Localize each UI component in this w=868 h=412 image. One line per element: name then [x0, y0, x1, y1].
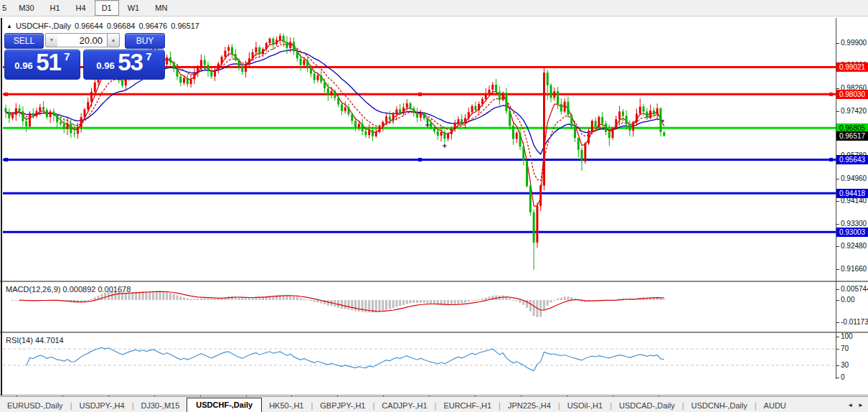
- candle-body: [204, 60, 206, 65]
- price-tick-mark: [836, 201, 839, 202]
- candle-body: [612, 128, 614, 138]
- price-tick-mark: [836, 111, 839, 112]
- tab-gbpjpy-h1[interactable]: GBPJPY-,H1: [313, 399, 372, 412]
- tab-usdcnh-daily[interactable]: USDCNH-,Daily: [684, 399, 755, 412]
- rsi-tick-mark: [836, 349, 839, 350]
- candle-body: [310, 67, 312, 74]
- macd-tick-mark: [836, 300, 839, 301]
- sell-button[interactable]: SELL: [4, 33, 44, 49]
- line-handle[interactable]: [418, 158, 422, 161]
- tab-scroll-left-icon[interactable]: ◄: [847, 402, 853, 408]
- tab-cadjpy-h1[interactable]: CADJPY-,H1: [374, 399, 434, 412]
- candle-body: [567, 102, 569, 115]
- macd-histogram-bar: [217, 299, 220, 300]
- candle-body: [49, 111, 52, 117]
- candle-body: [543, 72, 545, 185]
- trading-platform-window: 5M30H1H4D1W1MN ▲USDCHF-,Daily0.966440.96…: [0, 0, 868, 412]
- collapse-arrow-icon[interactable]: ▲: [6, 23, 12, 29]
- candle-body: [337, 98, 339, 104]
- price-tick-label: 0.99900: [841, 39, 867, 47]
- pane-splitter-rsi[interactable]: [0, 332, 868, 334]
- candle-body: [214, 70, 216, 76]
- tab-usdjpy-h4[interactable]: USDJPY-,H4: [72, 399, 131, 412]
- candle-body: [46, 110, 48, 117]
- candle-body: [77, 127, 79, 134]
- timeframe-button-mn[interactable]: MN: [148, 0, 174, 16]
- tab-usoil-h1[interactable]: USOil-,H1: [560, 399, 610, 412]
- timeframe-button-w1[interactable]: W1: [121, 0, 147, 16]
- rsi-indicator-label: RSI(14) 44.7014: [6, 336, 64, 345]
- pane-splitter-macd[interactable]: [0, 281, 868, 283]
- macd-histogram-bar: [410, 300, 412, 304]
- tab-jpn225-h4[interactable]: JPN225-,H4: [501, 399, 558, 412]
- candle-body: [495, 85, 497, 92]
- timeframe-button-d1[interactable]: D1: [95, 0, 119, 16]
- tab-eurusd-daily[interactable]: EURUSD-,Daily: [0, 399, 70, 412]
- buy-button[interactable]: BUY: [125, 33, 165, 49]
- candle-body: [519, 133, 522, 146]
- macd-histogram-bar: [474, 300, 476, 301]
- macd-histogram-bar: [420, 300, 422, 303]
- macd-histogram-bar: [231, 296, 233, 300]
- rsi-pane-canvas[interactable]: [0, 333, 836, 379]
- candle-body: [227, 47, 230, 51]
- candle-body: [316, 75, 319, 80]
- rsi-value: 44.7014: [35, 336, 64, 345]
- candle-body: [224, 51, 226, 57]
- candle-body: [272, 39, 274, 45]
- macd-histogram-bar: [313, 300, 316, 302]
- macd-tick-label: 0.00: [841, 296, 854, 304]
- volume-decrease-button[interactable]: ▼: [45, 33, 58, 47]
- macd-histogram-bar: [227, 296, 230, 300]
- candle-body: [379, 126, 381, 132]
- macd-histogram-bar: [567, 296, 569, 300]
- macd-histogram-bar: [341, 300, 343, 309]
- candle-body: [32, 113, 34, 116]
- volume-input[interactable]: [57, 33, 107, 47]
- timeframe-button-m30[interactable]: M30: [11, 0, 41, 16]
- candle-body: [443, 132, 445, 139]
- chart-tab-bar: EURUSD-,Daily|USDJPY-,H4|DJ30-,M15USDCHF…: [0, 396, 868, 412]
- candle-body: [639, 107, 641, 114]
- tab-eurchf-h1[interactable]: EURCHF-,H1: [436, 399, 499, 412]
- candle-body: [245, 65, 247, 72]
- macd-histogram-bar: [15, 300, 17, 301]
- sell-price-display[interactable]: 0.96 51 7: [4, 50, 80, 80]
- line-handle[interactable]: [418, 93, 422, 96]
- line-handle[interactable]: [4, 158, 8, 161]
- macd-histogram-bar: [179, 296, 181, 300]
- timeframe-button-5[interactable]: 5: [1, 0, 10, 16]
- candle-body: [430, 123, 432, 127]
- candle-body: [358, 124, 360, 128]
- timeframe-button-h1[interactable]: H1: [43, 0, 67, 16]
- candle-body: [659, 108, 661, 132]
- line-handle[interactable]: [829, 93, 833, 96]
- macd-histogram-bar: [210, 299, 212, 300]
- tab-usdchf-daily[interactable]: USDCHF-,Daily: [187, 398, 262, 412]
- candle-body: [193, 73, 195, 79]
- candle-body: [235, 54, 237, 60]
- candle-body: [176, 69, 179, 76]
- macd-histogram-bar: [509, 298, 511, 300]
- tab-usdcad-daily[interactable]: USDCAD-,Daily: [612, 399, 682, 412]
- candle-body: [488, 90, 490, 94]
- candle-body: [190, 79, 192, 84]
- macd-histogram-bar: [364, 300, 367, 312]
- macd-histogram-bar: [152, 291, 154, 300]
- volume-increase-button[interactable]: ▲: [107, 33, 120, 47]
- macd-histogram-bar: [659, 298, 661, 300]
- macd-histogram-bar: [478, 299, 480, 300]
- macd-histogram-bar: [412, 300, 415, 303]
- tab-audu[interactable]: AUDU: [757, 399, 793, 412]
- tab-dj30-m15[interactable]: DJ30-,M15: [134, 399, 187, 412]
- buy-price-display[interactable]: 0.96 53 7: [83, 50, 165, 80]
- candle-body: [200, 60, 202, 67]
- line-handle[interactable]: [829, 158, 833, 161]
- chart-title: ▲USDCHF-,Daily0.966440.966840.964760.965…: [6, 22, 199, 30]
- tab-scroll-right-icon[interactable]: ►: [858, 402, 864, 408]
- ohlc-low: 0.96476: [138, 22, 167, 30]
- macd-histogram-bar: [193, 299, 195, 300]
- timeframe-button-h4[interactable]: H4: [69, 0, 93, 16]
- candle-body: [656, 108, 659, 114]
- tab-hk50-h1[interactable]: HK50-,H1: [262, 399, 311, 412]
